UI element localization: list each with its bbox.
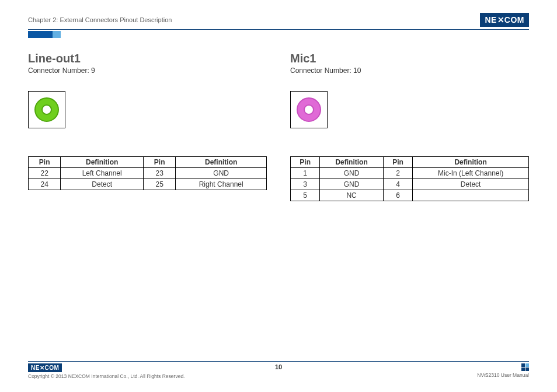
column-lineout1: Line-out1 Connector Number: 9 Pin Defini… bbox=[28, 52, 267, 201]
th-pin: Pin bbox=[29, 157, 61, 168]
chapter-title: Chapter 2: External Connectors Pinout De… bbox=[28, 16, 172, 23]
connector-number: Connector Number: 9 bbox=[28, 66, 267, 75]
table-row: 1 GND 2 Mic-In (Left Channel) bbox=[291, 168, 529, 179]
logo-text-com: COM bbox=[504, 15, 524, 24]
table-row: 5 NC 6 bbox=[291, 190, 529, 201]
section-title: Line-out1 bbox=[28, 52, 267, 65]
decorative-squares-icon bbox=[521, 363, 529, 371]
footer-brand-logo: NE✕COM bbox=[28, 363, 62, 372]
header-rule bbox=[28, 29, 529, 30]
th-def: Definition bbox=[413, 157, 529, 168]
table-row: 22 Left Channel 23 GND bbox=[29, 168, 267, 179]
th-def: Definition bbox=[61, 157, 144, 168]
page-number: 10 bbox=[275, 363, 282, 370]
jack-ring-icon bbox=[34, 97, 59, 122]
table-row: 3 GND 4 Detect bbox=[291, 179, 529, 190]
header-color-bars bbox=[28, 31, 557, 38]
main-content: Line-out1 Connector Number: 9 Pin Defini… bbox=[0, 38, 557, 201]
th-pin: Pin bbox=[383, 157, 412, 168]
th-def: Definition bbox=[320, 157, 384, 168]
section-title: Mic1 bbox=[290, 52, 529, 65]
table-row: 24 Detect 25 Right Channel bbox=[29, 179, 267, 190]
logo-text-ne: NE bbox=[485, 15, 496, 24]
connector-number: Connector Number: 10 bbox=[290, 66, 529, 75]
audio-jack-lineout bbox=[28, 91, 65, 128]
logo-x-icon: ✕ bbox=[497, 15, 504, 24]
page-footer: NE✕COM Copyright © 2013 NEXCOM Internati… bbox=[28, 361, 529, 379]
brand-logo: NE✕COM bbox=[480, 13, 529, 27]
manual-name: NViS2310 User Manual bbox=[477, 372, 529, 378]
jack-ring-icon bbox=[297, 97, 321, 122]
pinout-table-mic: Pin Definition Pin Definition 1 GND 2 Mi… bbox=[290, 156, 529, 201]
copyright-text: Copyright © 2013 NEXCOM International Co… bbox=[28, 373, 184, 379]
th-def: Definition bbox=[176, 157, 267, 168]
column-mic1: Mic1 Connector Number: 10 Pin Definition… bbox=[290, 52, 529, 201]
footer-rule bbox=[28, 361, 529, 362]
th-pin: Pin bbox=[291, 157, 320, 168]
audio-jack-mic bbox=[290, 91, 328, 128]
pinout-table-lineout: Pin Definition Pin Definition 22 Left Ch… bbox=[28, 156, 267, 190]
th-pin: Pin bbox=[144, 157, 176, 168]
